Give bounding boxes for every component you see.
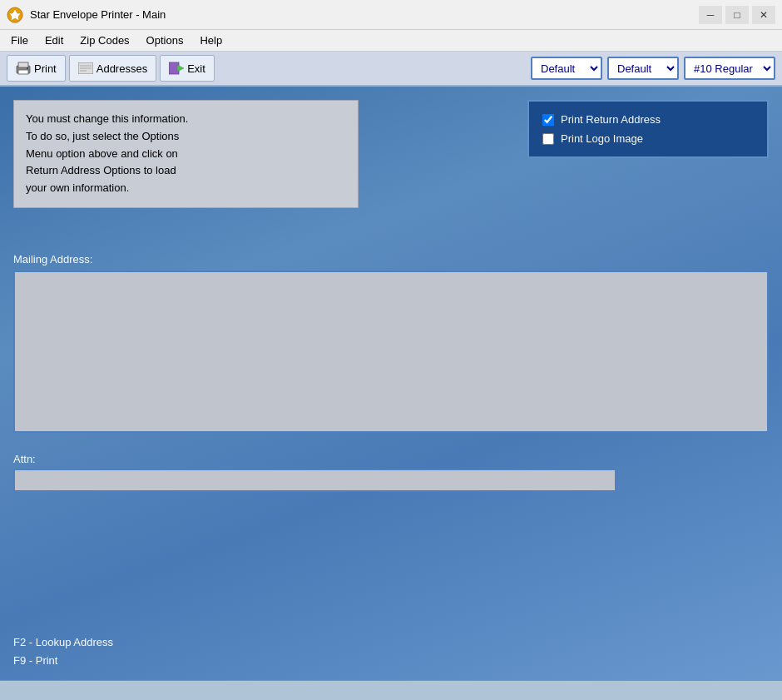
close-button[interactable]: ✕ xyxy=(752,6,775,24)
attn-input[interactable] xyxy=(13,469,616,492)
maximize-button[interactable]: □ xyxy=(725,6,749,24)
print-logo-image-label: Print Logo Image xyxy=(561,132,643,145)
menu-options[interactable]: Options xyxy=(139,32,191,49)
svg-rect-4 xyxy=(18,70,28,74)
exit-button[interactable]: Exit xyxy=(160,55,215,82)
mailing-label: Mailing Address: xyxy=(13,253,769,266)
svg-marker-11 xyxy=(177,65,184,72)
print-return-address-label: Print Return Address xyxy=(561,113,661,126)
menu-edit[interactable]: Edit xyxy=(37,32,71,49)
attn-label: Attn: xyxy=(13,453,769,465)
toolbar: Print Addresses Exit Default Option 1 Op… xyxy=(0,52,782,87)
title-bar: Star Envelope Printer - Main ─ □ ✕ xyxy=(0,0,782,30)
toolbar-dropdowns: Default Option 1 Option 2 Default Option… xyxy=(531,57,775,80)
svg-rect-3 xyxy=(18,62,28,67)
shortcut-f9: F9 - Print xyxy=(13,652,113,670)
menu-bar: File Edit Zip Codes Options Help xyxy=(0,30,782,52)
title-bar-left: Star Envelope Printer - Main xyxy=(7,7,166,23)
exit-label: Exit xyxy=(187,62,205,75)
shortcut-f2: F2 - Lookup Address xyxy=(13,633,113,652)
print-logo-image-row: Print Logo Image xyxy=(542,132,754,145)
attn-section: Attn: xyxy=(13,453,769,492)
mailing-section: Mailing Address: xyxy=(13,253,769,435)
print-icon xyxy=(16,62,31,75)
status-bar xyxy=(0,680,782,700)
info-text: You must change this information. To do … xyxy=(26,112,188,194)
addresses-icon xyxy=(78,62,93,74)
addresses-label: Addresses xyxy=(97,62,147,75)
dropdown-style1[interactable]: Default Option 1 Option 2 xyxy=(531,57,602,80)
info-box: You must change this information. To do … xyxy=(13,100,359,208)
svg-point-5 xyxy=(27,67,28,69)
exit-icon xyxy=(169,62,184,75)
addresses-button[interactable]: Addresses xyxy=(69,55,156,82)
checkbox-panel: Print Return Address Print Logo Image xyxy=(527,100,769,158)
main-content: You must change this information. To do … xyxy=(0,87,782,700)
dropdown-style2[interactable]: Default Option 1 Option 2 xyxy=(607,57,679,80)
print-return-address-checkbox[interactable] xyxy=(542,114,554,126)
window-title: Star Envelope Printer - Main xyxy=(30,8,166,21)
print-label: Print xyxy=(34,62,57,75)
title-controls: ─ □ ✕ xyxy=(699,6,775,24)
footer-shortcuts: F2 - Lookup Address F9 - Print xyxy=(13,633,113,670)
minimize-button[interactable]: ─ xyxy=(699,6,722,24)
mailing-address-textarea[interactable] xyxy=(13,271,769,433)
dropdown-envelope-size[interactable]: #10 Regular #9 Regular #6 Regular A2 Env… xyxy=(684,57,775,80)
menu-file[interactable]: File xyxy=(3,32,36,49)
print-logo-image-checkbox[interactable] xyxy=(542,133,554,145)
menu-zip-codes[interactable]: Zip Codes xyxy=(72,32,136,49)
print-return-address-row: Print Return Address xyxy=(542,113,754,126)
menu-help[interactable]: Help xyxy=(192,32,230,49)
print-button[interactable]: Print xyxy=(7,55,66,82)
app-icon xyxy=(7,7,23,23)
